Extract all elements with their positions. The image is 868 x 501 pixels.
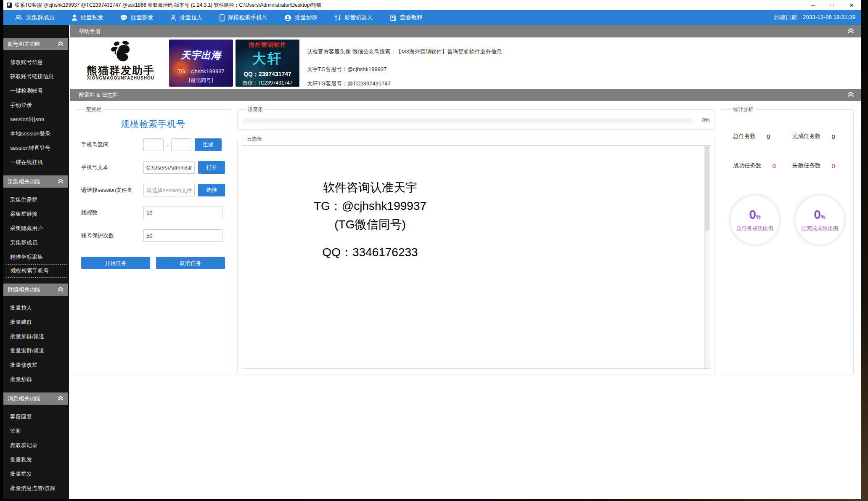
minimize-button[interactable]: ─: [803, 0, 823, 10]
banner-daxuan-title: 大轩: [252, 50, 283, 68]
globe-person-icon: [284, 14, 291, 21]
content-empty-area: [69, 374, 861, 499]
toolbar-item-collect-members[interactable]: 采集群成员: [15, 14, 55, 21]
phone-icon: [220, 14, 225, 21]
threads-row: 线程数: [81, 207, 225, 219]
app-logo: 熊猫群发助手 XIONGMAOQUNFAZHUSHOU: [75, 40, 167, 80]
banner-daxuan-tag: 海外营销软件: [249, 41, 286, 49]
start-task-button[interactable]: 开始任务: [81, 257, 150, 269]
sidebar-section-groups[interactable]: 群组相关功能: [3, 284, 68, 296]
chevron-double-up-icon: [57, 286, 64, 293]
toolbar-item-scan-phone[interactable]: 规模检索手机号: [220, 14, 268, 21]
chevron-double-up-icon: [57, 41, 64, 48]
banner-daxuan-wechat: 微信：TC2397431747: [243, 80, 293, 87]
select-button[interactable]: 选择: [198, 184, 225, 196]
sidebar-item[interactable]: 客服回复: [3, 410, 69, 424]
sidebar-item[interactable]: 批量修改群: [3, 358, 69, 372]
sidebar-item[interactable]: session转json: [3, 112, 69, 127]
sidebar-item[interactable]: 采集群成员: [3, 236, 69, 250]
banner-daxuan: 海外营销软件 大轩 QQ：2397431747 微信：TC2397431747: [236, 40, 299, 87]
stat-total-tasks: 总任务数 0: [728, 133, 787, 140]
banner-tianyu-title: 天宇出海: [181, 49, 221, 62]
maximize-button[interactable]: □: [823, 0, 842, 10]
phone-text-row: 手机号文本 打开: [81, 161, 225, 174]
log-panel: 日志框 软件咨询认准天宇 TG：@cjhshk199937 (TG微信同号) Q…: [237, 135, 715, 374]
generate-button[interactable]: 生成: [195, 138, 222, 151]
toolbar-item-tutorial[interactable]: 查看教程: [390, 14, 423, 21]
sidebar-item[interactable]: 批量消息点赞/点踩: [3, 481, 69, 496]
cancel-task-button[interactable]: 取消任务: [156, 257, 225, 269]
sidebar-item[interactable]: 爬取群记录: [3, 438, 69, 453]
sidebar-item[interactable]: 采集群链接: [3, 207, 69, 221]
header-band: 熊猫群发助手 XIONGMAOQUNFAZHUSHOU 天宇出海 TG：cjhs…: [69, 37, 861, 89]
session-folder-row: 请选择session文件夹 选择: [81, 184, 225, 196]
sidebar-item[interactable]: 批量加群/频道: [3, 329, 69, 344]
main-toolbar: 采集群成员 批量私发 批量群发 批量拉人 规模检索手机号 批量炒群 影音机器人: [3, 10, 861, 25]
phone-range-to-input[interactable]: [171, 138, 191, 151]
toolbar-item-batch-boost[interactable]: 批量炒群: [284, 14, 318, 21]
collapse-chevron-icon[interactable]: [847, 28, 855, 35]
official-contact-info: 认准官方客服头像 微信公众号搜索：【M3海外营销软件】咨询更多软件业务信息 天宇…: [299, 40, 502, 87]
progress-percent: 0%: [698, 117, 709, 123]
stat-failed-tasks: 失败任务数 0: [787, 162, 847, 170]
threads-input[interactable]: [143, 207, 222, 219]
book-icon: [390, 14, 397, 21]
stat-success-tasks: 成功任务数 0: [728, 162, 787, 170]
log-scrollbar[interactable]: [704, 146, 710, 368]
protect-row: 账号保护次数: [81, 229, 225, 242]
sidebar-item[interactable]: 精准坐标采集: [3, 250, 69, 264]
toolbar-item-batch-private-send[interactable]: 批量私发: [71, 14, 103, 21]
session-folder-input[interactable]: [143, 184, 195, 196]
tab-help-manual[interactable]: 帮助手册: [79, 28, 101, 35]
ring-completed-success-ratio: 0% 已完成成功比例: [794, 194, 846, 246]
sidebar-item[interactable]: 批量拉人: [3, 301, 69, 315]
sidebar-item[interactable]: 批量群发: [3, 467, 69, 481]
sidebar-item[interactable]: 修改账号信息: [3, 55, 69, 69]
toolbar-item-batch-group-send[interactable]: 批量群发: [120, 14, 153, 21]
sidebar-item[interactable]: 批量退群/频道: [3, 344, 69, 358]
sidebar-item[interactable]: 批量建群: [3, 315, 69, 329]
sidebar-item[interactable]: 监听: [3, 424, 69, 438]
phone-text-input[interactable]: [143, 161, 195, 174]
chevron-double-up-icon: [57, 178, 64, 185]
banner-tianyu: 天宇出海 TG：cjhshk199937 【微信同号】: [169, 40, 233, 87]
stat-finished-tasks: 完成任务数 0: [787, 133, 847, 140]
sidebar-item[interactable]: 批量私发: [3, 453, 69, 467]
sidebar: 账号相关功能 修改账号信息 获取账号链接信息 一键检测账号 手动登录 sessi…: [3, 25, 69, 499]
sidebar-item[interactable]: 一键在线挂机: [3, 155, 69, 170]
sidebar-section-messages[interactable]: 消息相关功能: [3, 392, 68, 405]
sidebar-section-account[interactable]: 账号相关功能: [3, 38, 68, 50]
phone-range-row: 手机号区间 ~ 生成: [81, 138, 225, 151]
log-scrollbar-thumb[interactable]: [705, 146, 709, 231]
sidebar-item[interactable]: 一键检测账号: [3, 84, 69, 98]
logo-title: 熊猫群发助手: [87, 65, 155, 76]
banner-daxuan-qq: QQ：2397431747: [243, 71, 291, 78]
person-add-icon: [170, 14, 177, 21]
protect-count-input[interactable]: [143, 229, 222, 242]
collapse-chevron-icon[interactable]: [847, 91, 855, 98]
sidebar-item[interactable]: 采集隐藏用户: [3, 221, 69, 236]
config-panel: 配置栏 规模检索手机号 手机号区间 ~ 生成 手机号文本 打开: [75, 106, 231, 374]
group-icon: [15, 14, 23, 21]
progress-bar: [243, 118, 693, 123]
sidebar-item[interactable]: 手动登录: [3, 98, 69, 112]
person-icon: [71, 14, 77, 21]
sidebar-item[interactable]: 批量炒群: [3, 372, 69, 387]
sidebar-item[interactable]: 采集供需群: [3, 193, 69, 207]
sidebar-item[interactable]: session转直登号: [3, 141, 69, 155]
close-button[interactable]: ✕: [842, 0, 861, 10]
title-bar: 联系TG客服 @cjhshk199937 @TC2397431747 @ssk1…: [3, 0, 861, 10]
arrows-icon: [334, 14, 341, 21]
log-box[interactable]: 软件咨询认准天宇 TG：@cjhshk199937 (TG微信同号) QQ：33…: [242, 145, 710, 369]
sidebar-item-scan-phone-selected[interactable]: 规模检索手机号: [6, 264, 67, 278]
sidebar-section-collect[interactable]: 采集相关功能: [3, 175, 68, 188]
toolbar-item-media-robot[interactable]: 影音机器人: [334, 14, 373, 21]
help-tab-bar: 帮助手册: [70, 25, 861, 37]
sidebar-item[interactable]: 获取账号链接信息: [3, 69, 69, 84]
app-icon: [7, 3, 12, 8]
sidebar-item[interactable]: 本地session登录: [3, 127, 69, 141]
open-button[interactable]: 打开: [198, 161, 225, 174]
phone-range-from-input[interactable]: [143, 138, 164, 151]
toolbar-item-batch-invite[interactable]: 批量拉人: [170, 14, 203, 21]
expiry-date: 到期日期 2033-12-08 19:31:39: [774, 14, 855, 21]
